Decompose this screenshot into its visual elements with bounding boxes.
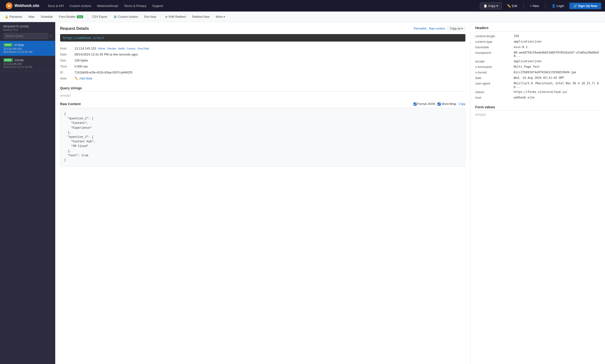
header-name: user-agent [475,81,514,89]
sidebar-header: REQUESTS (2/100) Newest First ? [0,22,55,41]
table-row: x-formid 62cc2f60916f4e9f9194123559d336d… [475,70,600,75]
field-label: Date [60,51,74,57]
nav-divider-2 [545,3,545,9]
request-item-header: POST #24c8b [3,58,52,62]
search-row: ? [3,33,52,39]
header-name: date [475,75,514,81]
table-row: user-agent Mozilla/5.0 (Macintosh; Intel… [475,81,600,89]
request-item[interactable]: POST #24c8b 13.114.145.153 08/14/2024 12… [0,56,55,71]
shodan-link[interactable]: Shodan [107,47,116,50]
new-label: New [533,4,539,8]
toolbar-divider [87,14,88,20]
request-time: 08/14/2024 12:31:45 PM [3,51,52,53]
table-row: date Wed, 14 Aug 2024 03:31:45 GMT [475,75,600,81]
header-value: Mozilla/5.0 (Macintosh; Intel Mac OS X 1… [514,81,600,89]
schedule-button[interactable]: Schedule [38,14,56,20]
nav-support[interactable]: Support [150,3,165,9]
signup-icon: 🔗 [573,4,577,8]
field-value: 7161bb59-e2fe-401b-83aa-0037ca9462f3 [74,69,465,75]
raw-content-area: { "question_1": [ "Content", "Experience… [60,108,465,167]
whois-link[interactable]: Whois [98,47,106,50]
method-badge: POST [3,58,13,62]
new-badge: New [77,15,83,18]
csv-export-button[interactable]: CSV Export [89,14,110,20]
login-label: Login [556,4,564,8]
toolbar-divider-2 [161,14,161,20]
header-value: 62cc2f60916f4e9f9194123559d336d9-jpe [514,70,600,75]
copy-button[interactable]: 📋 Copy ▾ [480,2,502,9]
search-input[interactable] [3,33,48,39]
format-json-label[interactable]: Format JSON [414,102,435,106]
field-value: 156 bytes [74,57,465,63]
form-values-title: Form values [475,105,600,111]
run-now-button[interactable]: Run Now [142,14,159,20]
raw-section-header: Raw Content Format JSON Word-Wrap Copy [60,102,465,106]
requests-count: REQUESTS (2/100) [3,25,52,28]
nav-custom-actions[interactable]: Custom Actions [67,3,93,9]
table-row: Time 0.000 sec [60,63,465,69]
nav-webhookscript[interactable]: WebhookScript [95,3,120,9]
request-id: #24c8b [14,59,24,62]
add-note-button[interactable]: ✏️ Add Note [74,77,92,80]
user-icon: 👤 [552,4,555,8]
pencil-icon: ✏️ [74,77,78,80]
password-button[interactable]: 🔒 Password [2,14,25,20]
top-navigation: W Webhook.site Docs & API Custom Actions… [0,0,605,12]
header-value: application/json [514,39,600,44]
header-name: traceparent [475,50,514,59]
word-wrap-checkbox[interactable] [438,103,441,106]
request-item-header: POST #7161b [3,43,52,47]
word-wrap-label[interactable]: Word-Wrap [438,102,456,106]
left-panel: Request Details Permalink Raw content Co… [55,22,471,364]
custom-actions-button[interactable]: ⚙️ Custom Actions [110,14,141,20]
virustotal-link[interactable]: VirusTotal [137,47,149,50]
raw-content-title: Raw Content [60,102,81,106]
field-label: Note [60,75,74,81]
alias-button[interactable]: Alias [26,14,38,20]
toolbar: 🔒 Password Alias Schedule Form Builder N… [0,12,605,22]
table-row: host webhook.site [475,95,600,100]
permalink-link[interactable]: Permalink [414,27,427,30]
new-button[interactable]: + New [526,3,542,9]
field-value: 08/14/2024 12:31:45 PM (a few seconds ag… [74,51,465,57]
more-button[interactable]: More ▾ [213,14,228,20]
copy-icon: 📋 [484,4,487,8]
xhr-icon: ⇄ [165,15,167,18]
xhr-redirect-button[interactable]: ⇄ XHR Redirect [162,14,189,20]
form-builder-button[interactable]: Form Builder New [56,14,86,20]
raw-content-link[interactable]: Raw content [429,27,445,30]
raw-copy-button[interactable]: Copy [459,102,465,106]
netify-link[interactable]: Netify [118,47,125,50]
field-label: Host [60,45,74,51]
edit-button[interactable]: ✏️ Edit [504,3,520,9]
method-badge: POST [3,43,13,47]
right-panel: Headers content-length 156 content-type … [471,22,605,364]
header-value: Multi Page Test [514,64,600,70]
lock-icon: 🔒 [5,15,8,18]
request-item[interactable]: POST #7161b 13.114.145.153 08/14/2024 12… [0,41,55,56]
gear-icon: ⚙️ [113,15,117,18]
main-layout: REQUESTS (2/100) Newest First ? POST #71… [0,22,605,364]
redirect-now-button[interactable]: Redirect Now [189,14,212,20]
table-row: tracestate es=s:0.1 [475,44,600,50]
header-name: x-formname [475,64,514,70]
table-row: Note ✏️ Add Note [60,75,465,81]
logo[interactable]: W Webhook.site [4,1,41,10]
login-button[interactable]: 👤 Login [548,3,567,9]
help-icon[interactable]: ? [50,34,52,38]
copy-label: Copy [488,4,496,8]
table-row: accept application/json [475,59,600,64]
copy-as-button[interactable]: Copy as ▾ [447,26,465,31]
header-name: content-type [475,39,514,44]
detail-table: Host 13.114.145.153 Whois Shodan Netify … [60,45,465,81]
censys-link[interactable]: Censys [127,47,136,50]
header-name: x-formid [475,70,514,75]
nav-docs[interactable]: Docs & API [46,3,66,9]
format-json-checkbox[interactable] [414,103,417,106]
content-inner: Request Details Permalink Raw content Co… [55,22,605,364]
field-value: 0.000 sec [74,63,465,69]
field-label: ID [60,69,74,75]
chevron-icon: ▾ [223,15,225,18]
nav-terms[interactable]: Terms & Privacy [122,3,148,9]
signup-button[interactable]: 🔗 Sign Up Now [569,3,601,9]
